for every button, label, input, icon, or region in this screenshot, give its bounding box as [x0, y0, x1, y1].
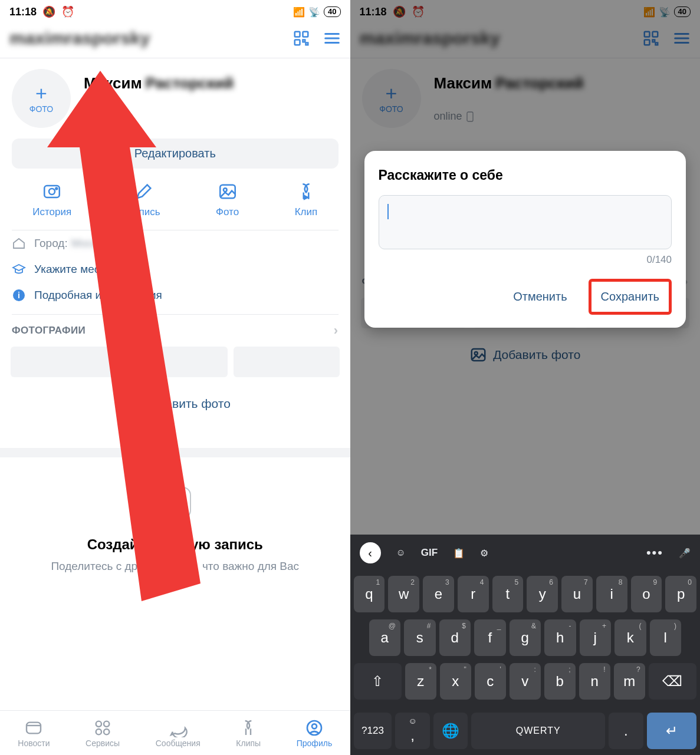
gif-button[interactable]: GIF: [421, 547, 438, 559]
clock: 11:18: [360, 6, 387, 18]
svg-rect-30: [645, 40, 650, 45]
svg-rect-31: [653, 40, 655, 42]
svg-rect-0: [294, 32, 300, 37]
qr-icon[interactable]: [293, 29, 310, 47]
key-f[interactable]: f_: [474, 619, 506, 656]
bottom-tabbar: Новости Сервисы Сообщения Клипы Профиль: [0, 710, 350, 755]
key-u[interactable]: u7: [561, 576, 593, 612]
svg-point-24: [104, 729, 109, 734]
qr-icon[interactable]: [642, 29, 660, 47]
create-post-prompt: ✎ Создайте первую запись Поделитесь с др…: [0, 457, 350, 586]
save-button[interactable]: Сохранить: [589, 279, 672, 315]
mute-icon: 🔕: [42, 5, 55, 18]
photos-section-header[interactable]: ФОТОГРАФИИ ›: [0, 315, 350, 347]
soft-keyboard: ‹ ☺ GIF 📋 ⚙ ••• 🎤 q1w2e3r4t5y6u7i8o9p0 a…: [350, 535, 701, 755]
symbols-key[interactable]: ?123: [354, 713, 392, 749]
more-icon[interactable]: •••: [646, 545, 663, 561]
svg-point-22: [104, 721, 109, 726]
key-h[interactable]: h-: [544, 619, 576, 656]
about-textarea[interactable]: [379, 195, 672, 249]
hamburger-icon[interactable]: [323, 29, 341, 47]
plus-icon: +: [35, 83, 47, 103]
key-n[interactable]: n!: [579, 663, 610, 700]
about-dialog: Расскажите о себе 0/140 Отменить Сохрани…: [364, 151, 686, 328]
key-g[interactable]: g&: [510, 619, 541, 656]
shift-key[interactable]: ⇧: [354, 663, 402, 700]
add-photo-avatar[interactable]: + ФОТО: [362, 69, 421, 128]
clock: 11:18: [9, 6, 37, 18]
clipboard-icon[interactable]: 📋: [453, 548, 465, 559]
settings-icon[interactable]: ⚙: [480, 548, 488, 559]
key-d[interactable]: d$: [439, 619, 471, 656]
sticker-icon[interactable]: ☺: [396, 548, 406, 558]
kb-collapse-icon[interactable]: ‹: [360, 542, 381, 563]
alarm-icon: ⏰: [412, 5, 425, 18]
key-a[interactable]: a@: [369, 619, 401, 656]
key-c[interactable]: c': [475, 663, 506, 700]
hamburger-icon[interactable]: [673, 29, 691, 47]
comma-key[interactable]: ☺ ,: [395, 713, 429, 749]
tab-services[interactable]: Сервисы: [86, 718, 120, 748]
action-post[interactable]: Запись: [127, 182, 160, 218]
key-z[interactable]: z*: [405, 663, 436, 700]
key-p[interactable]: p0: [665, 576, 696, 612]
chevron-right-icon: ›: [334, 323, 339, 338]
key-r[interactable]: r4: [458, 576, 489, 612]
key-v[interactable]: v:: [510, 663, 541, 700]
svg-rect-29: [653, 32, 658, 37]
tab-news[interactable]: Новости: [18, 718, 50, 748]
pencil-icon: ✎: [159, 487, 191, 519]
key-k[interactable]: k(: [614, 619, 646, 656]
action-clip[interactable]: Клип: [295, 182, 318, 218]
key-j[interactable]: j+: [580, 619, 612, 656]
mic-icon[interactable]: 🎤: [679, 548, 691, 559]
photo-placeholders: [0, 347, 350, 377]
profile-row: + ФОТО МаксимРасторский online: [0, 58, 350, 136]
key-q[interactable]: q1: [354, 576, 385, 612]
dialog-title: Расскажите о себе: [379, 167, 672, 183]
key-m[interactable]: m?: [614, 663, 645, 700]
city-row[interactable]: Город: Москва: [0, 230, 350, 256]
key-w[interactable]: w2: [388, 576, 419, 612]
enter-key[interactable]: ↵: [647, 713, 696, 749]
svg-rect-1: [303, 32, 308, 37]
globe-key[interactable]: 🌐: [433, 713, 468, 749]
add-photo-button[interactable]: Добавить фото: [350, 328, 701, 399]
action-story[interactable]: История: [32, 182, 71, 218]
profile-header: maximrasporsky: [0, 24, 350, 58]
key-s[interactable]: s#: [404, 619, 436, 656]
edit-button[interactable]: Редактировать: [12, 139, 339, 169]
status-bar: 11:18 🔕 ⏰ 📶 📡 40: [0, 0, 350, 24]
action-photo[interactable]: Фото: [216, 182, 239, 218]
key-l[interactable]: l): [650, 619, 682, 656]
key-x[interactable]: x": [440, 663, 471, 700]
add-photo-avatar[interactable]: + ФОТО: [12, 69, 71, 128]
svg-rect-4: [305, 43, 308, 45]
right-screen: 11:18 🔕 ⏰ 📶 📡 40 maximrasporsky + ФОТО М…: [350, 0, 701, 755]
key-y[interactable]: y6: [527, 576, 558, 612]
battery-level: 40: [674, 6, 691, 17]
cancel-button[interactable]: Отменить: [506, 285, 574, 308]
key-i[interactable]: i8: [596, 576, 627, 612]
tab-clips[interactable]: Клипы: [236, 718, 261, 748]
svg-point-21: [96, 721, 101, 726]
svg-rect-19: [27, 722, 41, 733]
tab-messages[interactable]: Сообщения: [156, 718, 201, 748]
details-row[interactable]: i Подробная информация: [0, 282, 350, 308]
signal-icon: 📶: [293, 6, 305, 18]
key-t[interactable]: t5: [492, 576, 524, 612]
period-key[interactable]: .: [609, 713, 643, 749]
study-row[interactable]: Укажите место учёбы: [0, 256, 350, 282]
add-photo-button[interactable]: Добавить фото: [0, 377, 350, 448]
tab-profile[interactable]: Профиль: [297, 718, 332, 748]
svg-point-38: [475, 352, 478, 355]
username-blurred: maximrasporsky: [9, 28, 150, 48]
key-e[interactable]: e3: [423, 576, 454, 612]
key-b[interactable]: b;: [544, 663, 576, 700]
status-bar: 11:18 🔕 ⏰ 📶 📡 40: [350, 0, 701, 24]
backspace-key[interactable]: ⌫: [649, 663, 696, 700]
username-blurred: maximrasporsky: [360, 28, 500, 48]
key-o[interactable]: o9: [631, 576, 662, 612]
online-status: online: [84, 110, 234, 123]
space-key[interactable]: QWERTY: [471, 713, 605, 749]
